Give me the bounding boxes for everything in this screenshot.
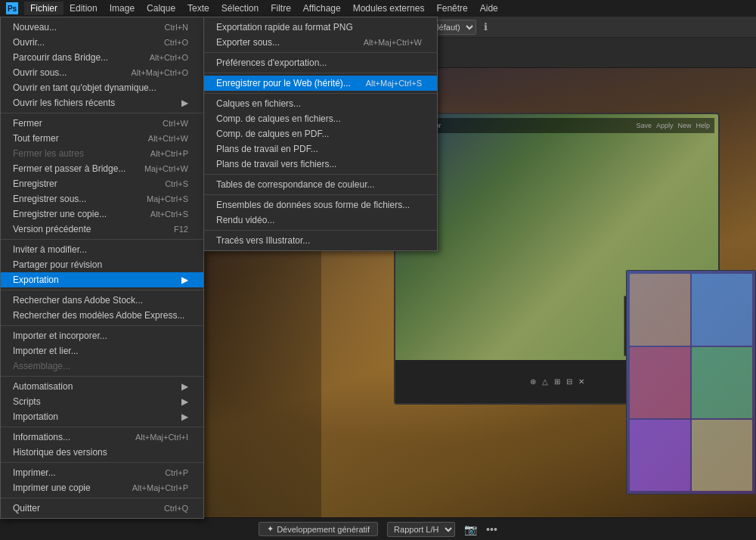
- fichier-menu: Nouveau... Ctrl+N Ouvrir... Ctrl+O Parco…: [0, 17, 204, 519]
- menu-affichage[interactable]: Affichage: [297, 2, 347, 15]
- sub-export-rapide[interactable]: Exportation rapide au format PNG: [204, 20, 437, 35]
- menu-calque[interactable]: Calque: [141, 2, 181, 15]
- sparkle-icon: ✦: [267, 524, 274, 534]
- menu-fichiers-recents[interactable]: Ouvrir les fichiers récents ▶: [1, 95, 203, 110]
- sub-plans-travail-fichiers[interactable]: Plans de travail vers fichiers...: [204, 157, 437, 172]
- sep5: [1, 376, 203, 377]
- sep8: [1, 498, 203, 498]
- menu-adobe-stock[interactable]: Rechercher dans Adobe Stock...: [1, 293, 203, 308]
- menu-fermer-bridge[interactable]: Fermer et passer à Bridge... Maj+Ctrl+W: [1, 161, 203, 176]
- menu-selection[interactable]: Sélection: [215, 2, 265, 15]
- sub-plans-travail-pdf[interactable]: Plans de travail en PDF...: [204, 141, 437, 157]
- sub-preferences[interactable]: Préférences d'exportation...: [204, 55, 437, 70]
- sub-rendu-video[interactable]: Rendu vidéo...: [204, 213, 437, 228]
- menu-texte[interactable]: Texte: [181, 2, 215, 15]
- menu-enregistrer[interactable]: Enregistrer Ctrl+S: [1, 176, 203, 191]
- menu-importation[interactable]: Importation ▶: [1, 409, 203, 424]
- menu-partager[interactable]: Partager pour révision: [1, 257, 203, 272]
- sub-sep5: [204, 194, 437, 195]
- info-icon[interactable]: ℹ: [484, 21, 488, 33]
- menu-filtre[interactable]: Filtre: [265, 2, 297, 15]
- menu-version-precedente[interactable]: Version précédente F12: [1, 222, 203, 237]
- status-bar: ✦ Développement génératif Rapport L/H 📷 …: [0, 517, 756, 540]
- generatif-label: Développement génératif: [277, 525, 370, 534]
- menu-enregistrer-copie[interactable]: Enregistrer une copie... Alt+Ctrl+S: [1, 206, 203, 222]
- menu-bridge[interactable]: Parcourir dans Bridge... Alt+Ctrl+O: [1, 50, 203, 65]
- menu-automatisation[interactable]: Automatisation ▶: [1, 379, 203, 394]
- menu-fermer[interactable]: Fermer Ctrl+W: [1, 116, 203, 131]
- sub-save-for-web[interactable]: Enregistrer pour le Web (hérité)... Alt+…: [204, 76, 437, 91]
- more-button[interactable]: •••: [486, 523, 497, 535]
- menu-imprimer[interactable]: Imprimer... Ctrl+P: [1, 465, 203, 480]
- rapport-select[interactable]: Rapport L/H: [387, 522, 455, 537]
- menu-fermer-autres: Fermer les autres Alt+Ctrl+P: [1, 146, 203, 161]
- sub-sep3: [204, 93, 437, 94]
- sep3: [1, 290, 203, 290]
- menu-ouvrir[interactable]: Ouvrir... Ctrl+O: [1, 35, 203, 50]
- menu-ouvrir-sous[interactable]: Ouvrir sous... Alt+Maj+Ctrl+O: [1, 65, 203, 80]
- menu-importer-lier[interactable]: Importer et lier...: [1, 343, 203, 358]
- sep2: [1, 239, 203, 240]
- title-bar: Ps Fichier Edition Image Calque Texte Sé…: [0, 0, 756, 17]
- menu-inviter[interactable]: Inviter à modifier...: [1, 242, 203, 257]
- menu-nouveau[interactable]: Nouveau... Ctrl+N: [1, 20, 203, 35]
- menu-quitter[interactable]: Quitter Ctrl+Q: [1, 501, 203, 516]
- sep1: [1, 113, 203, 113]
- menu-historique[interactable]: Historique des versions: [1, 445, 203, 460]
- menu-tout-fermer[interactable]: Tout fermer Alt+Ctrl+W: [1, 131, 203, 146]
- menu-exportation[interactable]: Exportation ▶: [1, 272, 203, 287]
- sub-exporter-sous[interactable]: Exporter sous... Alt+Maj+Ctrl+W: [204, 35, 437, 50]
- menu-adobe-express[interactable]: Rechercher des modèles Adobe Express...: [1, 308, 203, 323]
- menu-aide[interactable]: Aide: [474, 2, 504, 15]
- menu-scripts[interactable]: Scripts ▶: [1, 394, 203, 409]
- sep4: [1, 325, 203, 326]
- menu-objet-dynamique[interactable]: Ouvrir en tant qu'objet dynamique...: [1, 80, 203, 95]
- menu-informations[interactable]: Informations... Alt+Maj+Ctrl+I: [1, 430, 203, 445]
- menu-bar: Fichier Edition Image Calque Texte Sélec…: [24, 2, 750, 15]
- camera-icon[interactable]: 📷: [464, 523, 477, 535]
- exportation-submenu: Exportation rapide au format PNG Exporte…: [203, 17, 438, 251]
- sub-ensembles-donnees[interactable]: Ensembles de données sous forme de fichi…: [204, 197, 437, 213]
- sub-calques-fichiers[interactable]: Calques en fichiers...: [204, 96, 437, 111]
- ps-app-icon: Ps: [6, 2, 18, 14]
- menu-importer-incorporer[interactable]: Importer et incorporer...: [1, 328, 203, 343]
- sub-sep2: [204, 73, 437, 73]
- menu-modules[interactable]: Modules externes: [347, 2, 431, 15]
- generatif-button[interactable]: ✦ Développement génératif: [259, 522, 378, 536]
- sub-sep6: [204, 230, 437, 231]
- menu-fenetre[interactable]: Fenêtre: [430, 2, 473, 15]
- menu-edition[interactable]: Edition: [64, 2, 104, 15]
- sub-comp-calques-pdf[interactable]: Comp. de calques en PDF...: [204, 126, 437, 141]
- sub-comp-calques-fichiers[interactable]: Comp. de calques en fichiers...: [204, 111, 437, 126]
- sub-sep1: [204, 52, 437, 53]
- menu-imprimer-copie[interactable]: Imprimer une copie Alt+Maj+Ctrl+P: [1, 480, 203, 495]
- menu-assemblage: Assemblage...: [1, 358, 203, 374]
- menu-enregistrer-sous[interactable]: Enregistrer sous... Maj+Ctrl+S: [1, 191, 203, 206]
- sep7: [1, 462, 203, 463]
- menu-image[interactable]: Image: [104, 2, 141, 15]
- sub-sep4: [204, 174, 437, 175]
- sep6: [1, 427, 203, 427]
- sub-traces-illustrator[interactable]: Tracés vers Illustrator...: [204, 233, 437, 248]
- menu-fichier[interactable]: Fichier: [24, 2, 64, 15]
- sub-tables-couleur[interactable]: Tables de correspondance de couleur...: [204, 177, 437, 192]
